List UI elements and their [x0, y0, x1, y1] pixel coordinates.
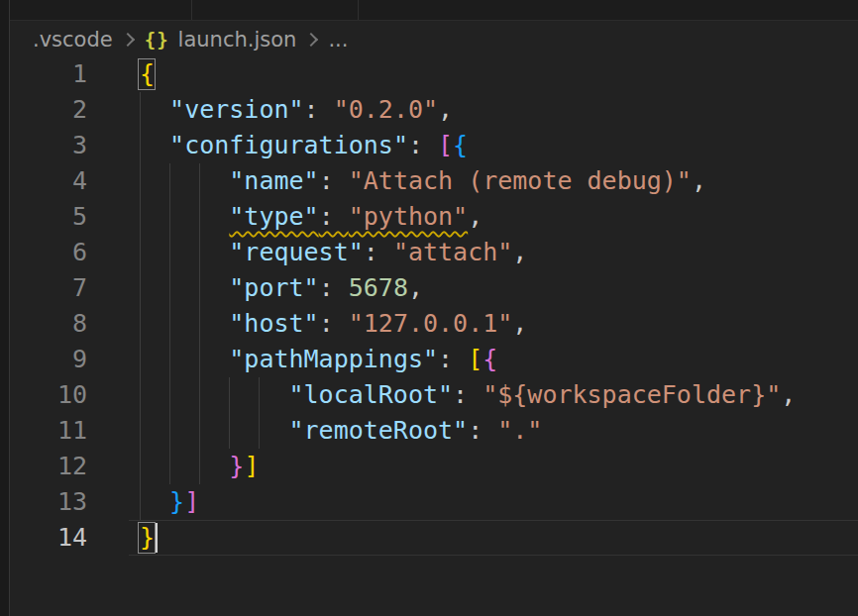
token: "host" [229, 309, 318, 338]
vscode-window: 1{2 "version": "0.2.0",3 "configurations… [0, 0, 858, 616]
token: "name" [229, 166, 318, 195]
token: "attach" [393, 238, 512, 266]
token: "version" [169, 95, 303, 124]
tab-bar [0, 0, 858, 21]
line-number[interactable]: 4 [0, 163, 87, 199]
line-number[interactable]: 5 [0, 199, 87, 235]
token: : [408, 131, 438, 159]
text-cursor [156, 523, 158, 553]
line-number[interactable]: 9 [0, 342, 87, 377]
line-number[interactable]: 13 [0, 484, 87, 520]
token: "127.0.0.1" [349, 309, 513, 338]
token: , [781, 380, 796, 409]
token: : [468, 416, 497, 445]
token: { [483, 345, 497, 373]
token: } [169, 487, 184, 516]
token: : [319, 166, 349, 195]
code-line-5[interactable]: "type": "python", [140, 199, 483, 235]
token: , [512, 238, 527, 266]
tab-separator [191, 0, 192, 20]
line-number[interactable]: 7 [0, 270, 87, 306]
token: , [468, 202, 483, 231]
warning-squiggle: "type": "python" [229, 202, 468, 231]
token: : [364, 238, 393, 266]
line-number[interactable]: 1 [0, 56, 87, 92]
token: : [319, 202, 349, 231]
breadcrumb-folder[interactable]: .vscode [33, 28, 113, 51]
json-file-icon: {} [145, 29, 169, 51]
token: } [229, 452, 244, 480]
token: "remoteRoot" [289, 416, 469, 445]
line-number[interactable]: 14 [0, 520, 87, 556]
code-line-10[interactable]: "localRoot": "${workspaceFolder}", [140, 377, 796, 413]
token: : [319, 309, 349, 338]
token: , [438, 95, 453, 124]
chevron-right-icon [121, 32, 135, 46]
line-number[interactable]: 6 [0, 235, 87, 270]
token: , [692, 166, 706, 195]
code-line-6[interactable]: "request": "attach", [140, 235, 527, 270]
editor-group-border [0, 0, 10, 616]
code-line-12[interactable]: }] [140, 449, 259, 484]
token: ] [184, 487, 199, 516]
token: "Attach (remote debug)" [349, 166, 692, 195]
line-number[interactable]: 8 [0, 306, 87, 342]
token: "${workspaceFolder}" [483, 380, 781, 409]
token: , [408, 273, 423, 302]
code-line-4[interactable]: "name": "Attach (remote debug)", [140, 163, 706, 199]
token: "type" [229, 202, 318, 231]
token: : [453, 380, 483, 409]
breadcrumb-file[interactable]: launch.json [178, 28, 297, 51]
token: : [438, 345, 468, 373]
line-number[interactable]: 12 [0, 449, 87, 484]
token: [ [438, 131, 453, 159]
bracket-match-highlight [138, 58, 156, 90]
code-line-7[interactable]: "port": 5678, [140, 270, 423, 306]
token: 5678 [349, 273, 408, 302]
code-line-3[interactable]: "configurations": [{ [140, 128, 468, 163]
code-line-9[interactable]: "pathMappings": [{ [140, 342, 497, 377]
token: "port" [229, 273, 318, 302]
token: "request" [229, 238, 363, 266]
bracket-match-highlight [138, 522, 156, 554]
token: "." [497, 416, 542, 445]
token: { [453, 131, 468, 159]
token: "pathMappings" [229, 345, 438, 373]
code-line-13[interactable]: }] [140, 484, 199, 520]
token: "0.2.0" [334, 95, 438, 124]
line-number[interactable]: 10 [0, 377, 87, 413]
breadcrumb-symbol-ellipsis[interactable]: ... [328, 28, 348, 51]
tab-separator [358, 0, 359, 20]
breadcrumb: .vscode {} launch.json ... [10, 22, 858, 56]
line-number[interactable]: 2 [0, 92, 87, 128]
code-line-2[interactable]: "version": "0.2.0", [140, 92, 453, 128]
token: ] [244, 452, 259, 480]
token: , [512, 309, 527, 338]
code-line-8[interactable]: "host": "127.0.0.1", [140, 306, 527, 342]
token: : [304, 95, 334, 124]
line-number[interactable]: 11 [0, 413, 87, 449]
token: [ [468, 345, 483, 373]
token: "localRoot" [289, 380, 454, 409]
token: "python" [349, 202, 468, 231]
current-line-highlight [129, 520, 858, 556]
token: : [319, 273, 349, 302]
code-line-11[interactable]: "remoteRoot": "." [140, 413, 542, 449]
line-number[interactable]: 3 [0, 128, 87, 163]
chevron-right-icon [304, 32, 318, 46]
token: "configurations" [169, 131, 408, 159]
code-editor[interactable]: 1{2 "version": "0.2.0",3 "configurations… [0, 0, 858, 616]
